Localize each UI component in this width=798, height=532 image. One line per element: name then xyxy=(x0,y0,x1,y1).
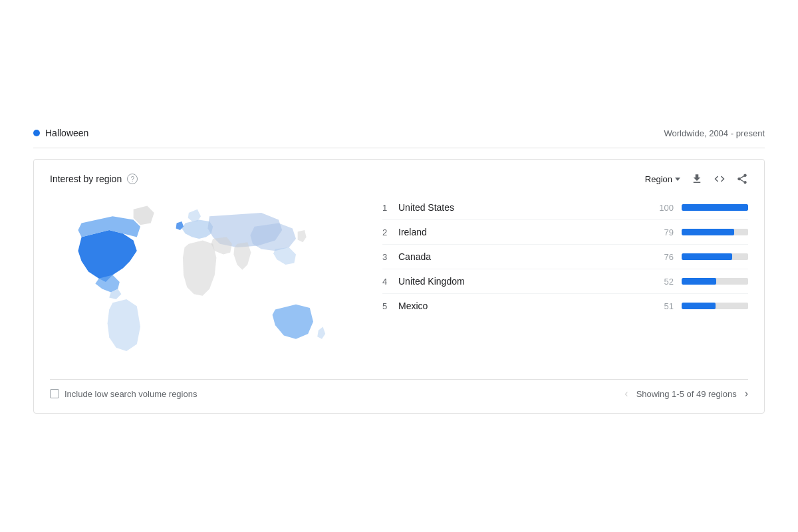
rank-bar-container xyxy=(682,278,748,285)
scope-label: Worldwide, 2004 - present xyxy=(664,128,765,138)
main-container: Halloween Worldwide, 2004 - present Inte… xyxy=(33,118,765,414)
rank-number: 5 xyxy=(382,301,398,311)
card-footer: Include low search volume regions ‹ Show… xyxy=(50,379,748,400)
rank-bar-container xyxy=(682,229,748,235)
interest-by-region-card: Interest by region ? Region xyxy=(33,159,765,414)
rank-country-name[interactable]: Canada xyxy=(398,251,650,262)
pagination-text: Showing 1-5 of 49 regions xyxy=(636,389,737,399)
world-map xyxy=(50,196,369,368)
low-volume-checkbox-label[interactable]: Include low search volume regions xyxy=(50,389,197,399)
rank-row: 2 Ireland 79 xyxy=(382,220,748,245)
toolbar-right: Region xyxy=(645,173,748,185)
rank-country-name[interactable]: Mexico xyxy=(398,301,650,311)
rank-bar-fill xyxy=(682,278,716,285)
rank-bar-fill xyxy=(682,204,748,211)
rank-bar-fill xyxy=(682,229,734,235)
card-header: Interest by region ? Region xyxy=(50,173,748,185)
rank-score: 76 xyxy=(650,252,674,262)
rank-bar-container xyxy=(682,204,748,211)
rank-bar-fill xyxy=(682,303,716,309)
search-term: Halloween xyxy=(45,128,88,138)
header-left: Halloween xyxy=(33,128,88,138)
rank-score: 51 xyxy=(650,301,674,311)
card-title-group: Interest by region ? xyxy=(50,174,138,184)
chevron-down-icon xyxy=(675,178,680,181)
rank-score: 79 xyxy=(650,227,674,237)
rank-score: 100 xyxy=(650,203,674,213)
help-icon[interactable]: ? xyxy=(127,174,138,184)
region-dropdown[interactable]: Region xyxy=(645,174,680,184)
rank-bar-container xyxy=(682,303,748,309)
checkbox-text: Include low search volume regions xyxy=(65,389,197,399)
content-area: 1 United States 100 2 Ireland 79 3 Canad… xyxy=(50,196,748,368)
rank-number: 3 xyxy=(382,252,398,262)
rank-country-name[interactable]: United Kingdom xyxy=(398,276,650,287)
rank-row: 5 Mexico 51 xyxy=(382,294,748,318)
rank-row: 4 United Kingdom 52 xyxy=(382,269,748,294)
rank-number: 1 xyxy=(382,203,398,213)
rank-bar-fill xyxy=(682,253,732,260)
rank-country-name[interactable]: Ireland xyxy=(398,227,650,237)
low-volume-checkbox[interactable] xyxy=(50,389,59,398)
prev-page-button[interactable]: ‹ xyxy=(624,388,628,400)
embed-button[interactable] xyxy=(714,173,726,185)
rank-row: 1 United States 100 xyxy=(382,196,748,220)
region-label: Region xyxy=(645,174,672,184)
rank-country-name[interactable]: United States xyxy=(398,202,650,213)
rank-number: 2 xyxy=(382,227,398,237)
rank-score: 52 xyxy=(650,277,674,287)
share-button[interactable] xyxy=(736,173,748,185)
download-button[interactable] xyxy=(691,173,703,185)
rank-number: 4 xyxy=(382,277,398,287)
pagination: ‹ Showing 1-5 of 49 regions › xyxy=(624,388,748,400)
next-page-button[interactable]: › xyxy=(745,388,748,400)
header-bar: Halloween Worldwide, 2004 - present xyxy=(33,118,765,148)
card-title: Interest by region xyxy=(50,174,122,184)
rank-row: 3 Canada 76 xyxy=(382,245,748,269)
rank-bar-container xyxy=(682,253,748,260)
term-dot xyxy=(33,130,40,136)
rankings-list: 1 United States 100 2 Ireland 79 3 Canad… xyxy=(382,196,748,318)
